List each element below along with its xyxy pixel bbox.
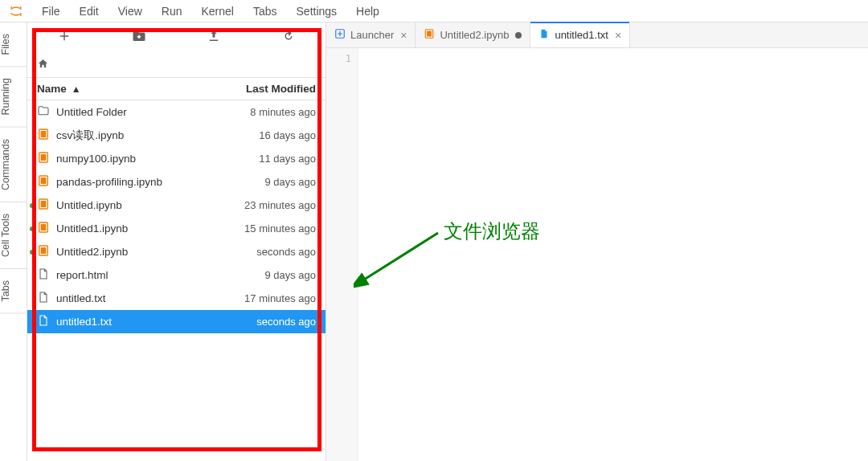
editor-body[interactable] xyxy=(358,48,868,461)
file-name: untitled.txt xyxy=(56,292,244,304)
file-browser-toolbar xyxy=(27,22,326,53)
rail-tab-files[interactable]: Files xyxy=(0,22,27,67)
new-folder-button[interactable] xyxy=(132,29,146,46)
file-icon xyxy=(37,267,56,283)
notebook-icon xyxy=(37,244,56,259)
file-row[interactable]: Untitled Folder8 minutes ago xyxy=(27,100,326,124)
close-icon[interactable]: × xyxy=(615,29,621,42)
file-list: Untitled Folder8 minutes agocsv读取.ipynb1… xyxy=(27,100,326,461)
breadcrumb[interactable] xyxy=(27,53,326,77)
file-row[interactable]: Untitled1.ipynb15 minutes ago xyxy=(27,217,326,240)
file-row[interactable]: untitled1.txtseconds ago xyxy=(27,310,326,333)
line-number: 1 xyxy=(326,51,351,66)
rail-tab-running[interactable]: Running xyxy=(0,67,27,128)
file-modified: 9 days ago xyxy=(264,176,316,188)
menu-tabs[interactable]: Tabs xyxy=(244,2,287,21)
file-name: Untitled2.ipynb xyxy=(56,246,256,258)
tab-label: untitled1.txt xyxy=(555,29,608,41)
file-name: csv读取.ipynb xyxy=(56,129,259,143)
file-modified: seconds ago xyxy=(256,246,316,258)
file-row[interactable]: untitled.txt17 minutes ago xyxy=(27,287,326,310)
rail-tab-tabs[interactable]: Tabs xyxy=(0,269,27,313)
new-launcher-button[interactable] xyxy=(57,29,72,46)
file-row[interactable]: csv读取.ipynb16 days ago xyxy=(27,124,326,147)
menu-settings[interactable]: Settings xyxy=(287,2,347,21)
text-editor[interactable]: 1 xyxy=(326,48,868,461)
folder-icon xyxy=(37,104,56,120)
file-name: Untitled1.ipynb xyxy=(56,222,244,235)
annotation-label: 文件浏览器 xyxy=(444,218,540,244)
file-modified: 8 minutes ago xyxy=(250,106,316,118)
file-browser-panel: Name ▲ Last Modified Untitled Folder8 mi… xyxy=(27,22,326,461)
editor-tab[interactable]: Launcher× xyxy=(326,22,416,47)
notebook-icon xyxy=(37,198,56,213)
file-row[interactable]: numpy100.ipynb11 days ago xyxy=(27,147,326,170)
file-name: untitled1.txt xyxy=(56,316,256,328)
editor-gutter: 1 xyxy=(326,48,358,461)
notebook-icon xyxy=(37,221,56,236)
svg-rect-8 xyxy=(41,177,47,184)
file-modified: 23 minutes ago xyxy=(244,199,316,211)
file-name: numpy100.ipynb xyxy=(56,153,259,165)
svg-rect-17 xyxy=(427,31,432,37)
home-icon xyxy=(37,58,49,70)
svg-point-1 xyxy=(20,6,22,8)
textfile-icon xyxy=(538,28,550,42)
notebook-icon xyxy=(37,174,56,190)
file-name: pandas-profiling.ipynb xyxy=(56,176,264,188)
file-row[interactable]: pandas-profiling.ipynb9 days ago xyxy=(27,170,326,194)
editor-tab[interactable]: untitled1.txt× xyxy=(530,22,630,47)
header-name-label: Name xyxy=(37,83,67,95)
svg-point-2 xyxy=(20,14,22,16)
file-modified: 15 minutes ago xyxy=(244,222,316,235)
file-modified: 9 days ago xyxy=(264,269,316,281)
upload-button[interactable] xyxy=(207,29,221,46)
sort-asc-icon: ▲ xyxy=(72,84,81,95)
svg-rect-4 xyxy=(41,131,47,137)
file-icon xyxy=(37,314,56,329)
editor-tab[interactable]: Untitled2.ipynb xyxy=(416,22,530,47)
running-indicator-icon xyxy=(30,226,35,231)
running-indicator-icon xyxy=(30,250,35,255)
menu-help[interactable]: Help xyxy=(346,2,389,21)
content-area: Launcher×Untitled2.ipynbuntitled1.txt× 1 xyxy=(326,22,868,461)
file-modified: 11 days ago xyxy=(259,153,316,165)
svg-rect-10 xyxy=(41,201,47,207)
notebook-icon xyxy=(37,151,56,166)
file-name: Untitled.ipynb xyxy=(56,199,244,211)
close-icon[interactable]: × xyxy=(400,29,407,42)
header-modified-label: Last Modified xyxy=(246,83,316,95)
file-row[interactable]: Untitled.ipynb23 minutes ago xyxy=(27,194,326,217)
launcher-icon xyxy=(334,28,346,42)
menu-kernel[interactable]: Kernel xyxy=(191,2,243,21)
svg-rect-6 xyxy=(41,154,47,161)
svg-rect-14 xyxy=(41,247,47,254)
file-row[interactable]: report.html9 days ago xyxy=(27,263,326,287)
file-name: report.html xyxy=(56,269,264,281)
notebook-icon xyxy=(424,28,435,42)
svg-point-0 xyxy=(10,6,12,8)
menubar: FileEditViewRunKernelTabsSettingsHelp xyxy=(0,0,868,22)
left-rail: FilesRunningCommandsCell ToolsTabs xyxy=(0,22,27,461)
menu-run[interactable]: Run xyxy=(152,2,192,21)
notebook-icon xyxy=(37,128,56,143)
jupyter-logo-icon xyxy=(8,3,24,19)
tab-label: Launcher xyxy=(350,29,394,41)
rail-tab-cell-tools[interactable]: Cell Tools xyxy=(0,202,27,269)
file-name: Untitled Folder xyxy=(56,106,250,118)
file-modified: 17 minutes ago xyxy=(244,292,316,304)
editor-tabbar: Launcher×Untitled2.ipynbuntitled1.txt× xyxy=(326,22,868,48)
menu-view[interactable]: View xyxy=(108,2,152,21)
file-modified: seconds ago xyxy=(256,316,316,328)
menu-file[interactable]: File xyxy=(32,2,70,21)
refresh-button[interactable] xyxy=(281,29,296,46)
svg-rect-12 xyxy=(41,224,47,230)
tab-label: Untitled2.ipynb xyxy=(440,29,509,41)
file-modified: 16 days ago xyxy=(259,129,316,141)
file-icon xyxy=(37,291,56,306)
unsaved-indicator-icon xyxy=(515,32,522,39)
file-row[interactable]: Untitled2.ipynbseconds ago xyxy=(27,240,326,263)
rail-tab-commands[interactable]: Commands xyxy=(0,128,27,202)
menu-edit[interactable]: Edit xyxy=(70,2,108,21)
file-list-header[interactable]: Name ▲ Last Modified xyxy=(27,77,326,100)
